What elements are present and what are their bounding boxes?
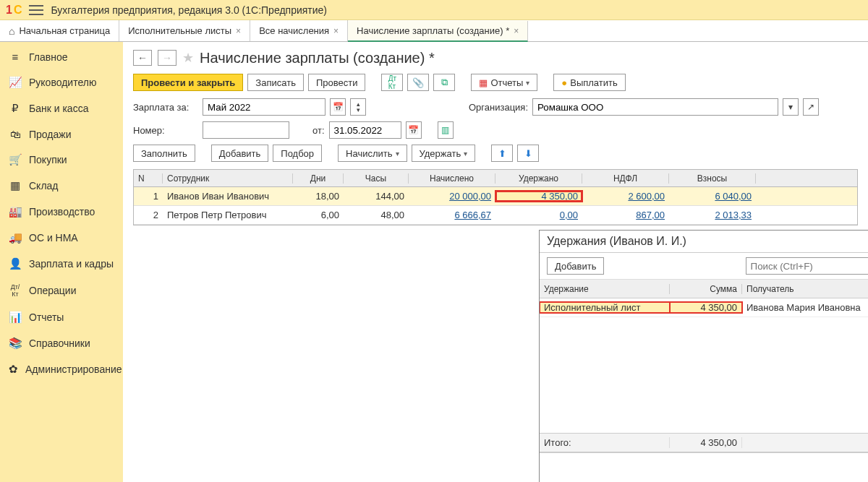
fill-button[interactable]: Заполнить xyxy=(133,145,195,162)
cell-withheld[interactable]: 4 350,00 xyxy=(541,191,578,202)
extra-button[interactable]: ▥ xyxy=(438,121,454,139)
org-open-button[interactable]: ↗ xyxy=(803,98,819,116)
button-label: Записать xyxy=(255,77,296,88)
sidebar-item-label: Операции xyxy=(29,285,77,296)
dialog-add-button[interactable]: Добавить xyxy=(547,257,604,275)
post-and-close-button[interactable]: Провести и закрыть xyxy=(133,74,243,91)
tab-label: Исполнительные листы xyxy=(128,25,231,36)
cell-emp: Иванов Иван Иванович xyxy=(163,191,293,202)
accrue-button[interactable]: Начислить ▾ xyxy=(338,145,407,162)
tab-all-accruals[interactable]: Все начисления × xyxy=(250,20,348,41)
col-hours[interactable]: Часы xyxy=(344,173,409,184)
page-title: Начисление зарплаты (создание) * xyxy=(200,50,435,66)
sidebar-item-directories[interactable]: 📚Справочники xyxy=(0,335,123,351)
grid-toolbar: Заполнить Добавить Подбор Начислить ▾ Уд… xyxy=(133,145,858,162)
post-button[interactable]: Провести xyxy=(308,74,366,91)
sidebar-item-purchases[interactable]: 🛒Покупки xyxy=(0,152,123,168)
calendar-button[interactable]: 📅 xyxy=(330,98,346,116)
sidebar-item-salary[interactable]: 👤Зарплата и кадры xyxy=(0,256,123,272)
ruble-icon: ₽ xyxy=(9,102,22,115)
chart-icon: 📈 xyxy=(9,76,22,89)
horizontal-scrollbar[interactable] xyxy=(540,452,868,452)
col-contrib[interactable]: Взносы xyxy=(669,173,756,184)
number-input[interactable] xyxy=(203,121,289,139)
close-icon[interactable]: × xyxy=(333,26,339,36)
org-label: Организация: xyxy=(469,102,528,113)
back-button[interactable]: ← xyxy=(133,50,152,66)
org-dropdown-button[interactable]: ▾ xyxy=(783,98,799,116)
main-content: ← → ★ Начисление зарплаты (создание) * П… xyxy=(123,42,868,482)
structure-button[interactable]: ⧉ xyxy=(433,74,455,91)
favorite-icon[interactable]: ★ xyxy=(182,50,194,66)
col-employee[interactable]: Сотрудник xyxy=(163,173,293,184)
withhold-button[interactable]: Удержать ▾ xyxy=(412,145,476,162)
tab-isplisty[interactable]: Исполнительные листы × xyxy=(119,20,250,41)
pick-button[interactable]: Подбор xyxy=(273,145,322,162)
from-label: от: xyxy=(312,125,325,136)
cell-n: 1 xyxy=(134,191,163,202)
table-row[interactable]: 2 Петров Петр Петрович 6,00 48,00 6 666,… xyxy=(134,206,857,225)
dialog-row[interactable]: Исполнительный лист 4 350,00 Иванова Мар… xyxy=(540,298,868,317)
sidebar-item-label: Администрирование xyxy=(25,363,122,375)
sidebar-item-prod[interactable]: 🏭Производство xyxy=(0,204,123,220)
cell-contrib[interactable]: 2 013,33 xyxy=(715,210,752,220)
add-button[interactable]: Добавить xyxy=(211,145,268,162)
attach-button[interactable]: 📎 xyxy=(407,74,429,91)
sidebar-item-admin[interactable]: ✿Администрирование xyxy=(0,361,123,377)
col-recipient[interactable]: Получатель xyxy=(742,284,868,294)
caret-down-icon: ▾ xyxy=(526,79,529,87)
sidebar-item-label: Справочники xyxy=(29,337,90,349)
dialog-search-input[interactable] xyxy=(746,257,868,275)
dtkt-icon: ДтКт xyxy=(388,74,396,90)
report-icon: ▦ xyxy=(479,77,488,88)
sidebar-item-os[interactable]: 🚚ОС и НМА xyxy=(0,230,123,246)
move-up-button[interactable]: ⬆ xyxy=(491,145,513,162)
calendar-button[interactable]: 📅 xyxy=(406,121,422,139)
sidebar-item-ops[interactable]: Дт/КтОперации xyxy=(0,282,123,299)
cell-withheld[interactable]: 0,00 xyxy=(560,210,578,220)
cell-ndfl[interactable]: 2 600,00 xyxy=(628,191,665,202)
close-icon[interactable]: × xyxy=(236,26,241,36)
sidebar-item-manager[interactable]: 📈Руководителю xyxy=(0,74,123,90)
org-input[interactable] xyxy=(532,98,778,116)
button-label: Отчеты xyxy=(490,77,523,88)
bars-icon: 📊 xyxy=(9,311,22,324)
sidebar-item-label: Покупки xyxy=(29,154,67,165)
truck-icon: 🚚 xyxy=(9,231,22,244)
sidebar-item-main[interactable]: ≡Главное xyxy=(0,49,123,64)
save-button[interactable]: Записать xyxy=(247,74,304,91)
col-days[interactable]: Дни xyxy=(293,173,344,184)
sidebar-item-reports[interactable]: 📊Отчеты xyxy=(0,309,123,325)
cell-accrued[interactable]: 6 666,67 xyxy=(454,210,491,220)
sidebar-item-label: ОС и НМА xyxy=(29,232,78,244)
col-withheld[interactable]: Удержано xyxy=(495,173,582,184)
arrow-down-icon: ⬇ xyxy=(524,148,532,159)
col-withholding[interactable]: Удержание xyxy=(540,284,670,294)
sidebar-item-bank[interactable]: ₽Банк и касса xyxy=(0,100,123,116)
tree-icon: ⧉ xyxy=(441,77,448,88)
cell-hours: 48,00 xyxy=(344,210,409,220)
sidebar-item-sales[interactable]: 🛍Продажи xyxy=(0,126,123,142)
cell-ndfl[interactable]: 867,00 xyxy=(636,210,665,220)
table-row[interactable]: 1 Иванов Иван Иванович 18,00 144,00 20 0… xyxy=(134,187,857,206)
col-sum[interactable]: Сумма xyxy=(670,284,742,294)
close-icon[interactable]: × xyxy=(514,26,519,36)
move-down-button[interactable]: ⬇ xyxy=(517,145,539,162)
col-n[interactable]: N xyxy=(134,173,163,184)
forward-button[interactable]: → xyxy=(158,50,176,66)
salary-period-input[interactable] xyxy=(203,98,326,116)
sidebar-item-stock[interactable]: ▦Склад xyxy=(0,178,123,194)
period-stepper[interactable]: ▴▾ xyxy=(350,98,366,116)
tab-payroll-create[interactable]: Начисление зарплаты (создание) * × xyxy=(348,21,528,42)
tab-home[interactable]: ⌂ Начальная страница xyxy=(0,20,119,41)
cell-accrued[interactable]: 20 000,00 xyxy=(449,191,491,202)
reports-button[interactable]: ▦ Отчеты ▾ xyxy=(471,74,537,91)
cell-contrib[interactable]: 6 040,00 xyxy=(715,191,752,202)
col-accrued[interactable]: Начислено xyxy=(409,173,495,184)
pay-button[interactable]: ● Выплатить xyxy=(553,74,625,91)
tab-bar: ⌂ Начальная страница Исполнительные лист… xyxy=(0,20,868,42)
dtkt-button[interactable]: ДтКт xyxy=(381,74,403,91)
hamburger-icon[interactable] xyxy=(29,5,43,15)
date-input[interactable] xyxy=(329,121,401,139)
col-ndfl[interactable]: НДФЛ xyxy=(582,173,669,184)
